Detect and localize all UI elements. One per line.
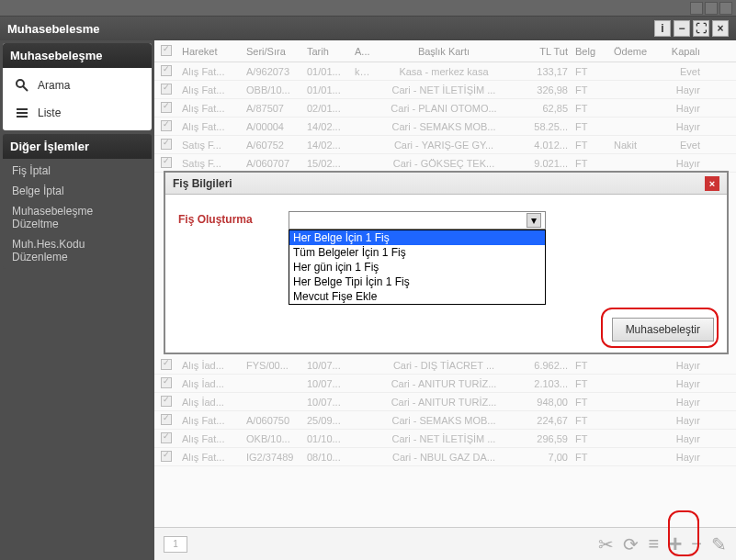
col-odeme[interactable]: Ödeme [610, 46, 660, 57]
dropdown-option[interactable]: Her Belge İçin 1 Fiş [289, 230, 545, 245]
select-fis-olusturma[interactable]: ▾ Her Belge İçin 1 FişTüm Belgeler İçin … [289, 211, 546, 230]
cut-icon[interactable]: ✂ [598, 533, 614, 555]
table-row[interactable]: Alış Fat...A/06075025/09...Cari - SEMAKS… [154, 411, 736, 430]
table-row[interactable]: Alış Fat...OBB/10...01/01...Cari - NET İ… [154, 81, 736, 99]
table-row[interactable]: Alış İad...FYS/00...10/07...Cari - DIŞ T… [154, 356, 736, 375]
sidebar-item[interactable]: Belge İptal [3, 181, 152, 201]
modal-header: Fiş Bilgileri × [165, 173, 727, 195]
table-row[interactable]: Satış F...A/6075214/02...Cari - YARIŞ-GE… [154, 136, 736, 154]
col-belge[interactable]: Belg [572, 46, 610, 57]
app-top-bar [0, 0, 736, 17]
col-kapali[interactable]: Kapalı [660, 46, 704, 57]
nav-liste[interactable]: Liste [5, 99, 150, 127]
main-area: Hareket Seri/Sıra Tarih A... Başlık Kart… [154, 40, 736, 560]
minimize-icon[interactable]: − [674, 20, 690, 37]
header-checkbox[interactable] [161, 45, 172, 56]
sidebar-item[interactable]: Fiş İptal [3, 161, 152, 181]
maximize-icon[interactable]: ⛶ [693, 20, 709, 37]
table-row[interactable]: Alış İad...10/07...Cari - ANITUR TURİZ..… [154, 393, 736, 411]
dropdown-option[interactable]: Her gün için 1 Fiş [289, 260, 545, 274]
edit-icon[interactable]: ✎ [711, 533, 727, 555]
topbar-btn[interactable] [719, 2, 732, 15]
list-icon [14, 105, 30, 121]
col-tutar[interactable]: TL Tut [516, 46, 572, 57]
sidebar-item[interactable]: Muh.Hes.Kodu Düzenleme [3, 234, 152, 267]
sidebar-item[interactable]: Muhasebeleşme Düzeltme [3, 201, 152, 234]
col-seri[interactable]: Seri/Sıra [243, 46, 303, 57]
dropdown-option[interactable]: Tüm Belgeler İçin 1 Fiş [289, 245, 545, 260]
table-row[interactable]: Alış Fat...A/8750702/01...Cari - PLANI O… [154, 99, 736, 118]
nav-label: Arama [38, 79, 70, 92]
dropdown-options: Her Belge İçin 1 FişTüm Belgeler İçin 1 … [289, 230, 546, 305]
remove-icon[interactable]: − [691, 533, 702, 554]
list-tool-icon[interactable]: ≡ [648, 533, 659, 554]
sidebar-panel-other: Diğer İşlemler Fiş İptalBelge İptalMuhas… [3, 134, 152, 269]
table-row[interactable]: Alış Fat...A/0000414/02...Cari - SEMAKS … [154, 118, 736, 136]
muhasebelestir-button[interactable]: Muhasebeleştir [612, 318, 714, 342]
panel-header: Muhasebeleşme [3, 43, 152, 68]
table-row[interactable]: Alış Fat...OKB/10...01/10...Cari - NET İ… [154, 430, 736, 448]
window-title: Muhasebelesme [7, 22, 99, 36]
topbar-btn[interactable] [705, 2, 718, 15]
form-label-fis-olusturma: Fiş Oluşturma [178, 211, 279, 226]
topbar-btn[interactable] [690, 2, 703, 15]
svg-point-0 [17, 80, 24, 87]
modal-close-icon[interactable]: × [705, 176, 719, 191]
table-row[interactable]: Alış İad...10/07...Cari - ANITUR TURİZ..… [154, 375, 736, 393]
sidebar-panel-main: Muhasebeleşme Arama Liste [3, 43, 152, 130]
col-tarih[interactable]: Tarih [303, 46, 351, 57]
modal-fis-bilgileri: Fiş Bilgileri × Fiş Oluşturma ▾ Her Belg… [164, 171, 729, 354]
svg-line-1 [23, 86, 28, 91]
page-number[interactable]: 1 [164, 536, 187, 553]
modal-title: Fiş Bilgileri [173, 177, 232, 190]
panel-header: Diğer İşlemler [3, 134, 152, 159]
footer-bar: 1 ✂ ⟳ ≡ + − ✎ [154, 527, 736, 560]
refresh-icon[interactable]: ⟳ [623, 533, 639, 555]
table-row[interactable]: Alış Fat...IG2/3748908/10...Cari - NBUL … [154, 448, 736, 466]
col-baslik[interactable]: Başlık Kartı [371, 46, 516, 57]
add-icon[interactable]: + [668, 530, 682, 558]
grid-header: Hareket Seri/Sıra Tarih A... Başlık Kart… [154, 40, 736, 62]
info-icon[interactable]: i [654, 20, 671, 37]
title-bar: Muhasebelesme i − ⛶ × [0, 17, 736, 40]
close-icon[interactable]: × [712, 20, 729, 37]
col-a[interactable]: A... [351, 46, 371, 57]
dropdown-option[interactable]: Mevcut Fişe Ekle [289, 289, 545, 304]
nav-label: Liste [38, 106, 61, 119]
table-row[interactable]: Satış F...A/06070715/02...Cari - GÖKSEÇ … [154, 154, 736, 173]
dropdown-option[interactable]: Her Belge Tipi İçin 1 Fiş [289, 274, 545, 289]
search-icon [14, 77, 30, 94]
nav-arama[interactable]: Arama [5, 72, 150, 99]
sidebar: Muhasebeleşme Arama Liste Diğer İşlemler [0, 40, 154, 560]
table-row[interactable]: Alış Fat...A/96207301/01...k...Kasa - me… [154, 62, 736, 81]
chevron-down-icon: ▾ [527, 213, 541, 228]
col-hareket[interactable]: Hareket [178, 46, 243, 57]
